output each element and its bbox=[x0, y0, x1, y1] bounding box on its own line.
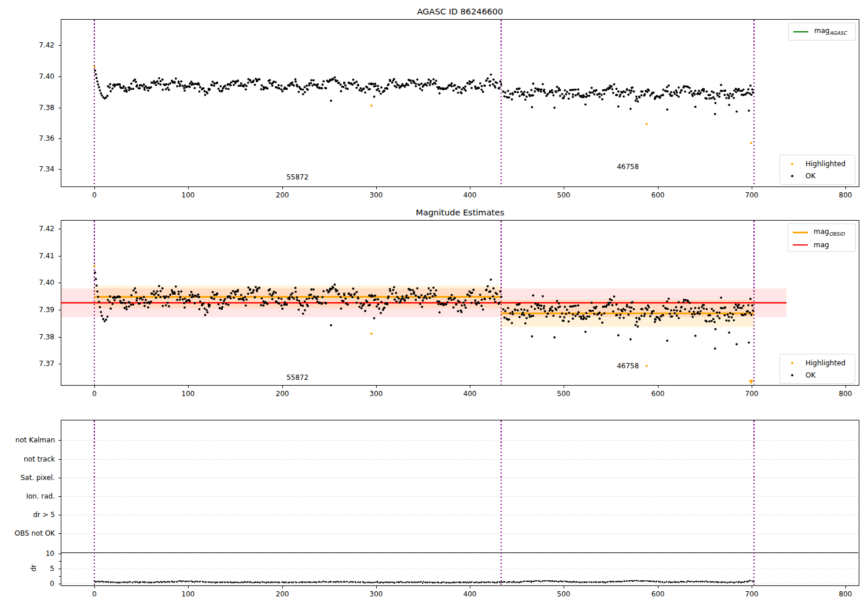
x-tick-mark bbox=[188, 187, 189, 189]
y-tick-label: 7.38 bbox=[14, 333, 54, 341]
y-tick-mark bbox=[58, 554, 61, 554]
x-tick-mark bbox=[845, 187, 846, 189]
dr-axis-label: dr bbox=[30, 565, 38, 572]
y-tick-mark bbox=[58, 138, 61, 139]
x-tick-mark bbox=[752, 586, 752, 588]
x-tick-label: 800 bbox=[839, 590, 852, 598]
y-tick-mark bbox=[58, 478, 61, 478]
y-tick-mark bbox=[58, 76, 61, 77]
y-tick-mark bbox=[58, 256, 61, 257]
y-tick-label: 7.41 bbox=[14, 252, 54, 260]
ok-point-swatch bbox=[785, 172, 800, 180]
x-tick-mark bbox=[564, 386, 564, 388]
y-tick-label: 7.42 bbox=[14, 41, 54, 49]
mag-line-swatch bbox=[793, 244, 808, 246]
y-tick-mark bbox=[58, 108, 61, 108]
x-tick-mark bbox=[376, 586, 377, 588]
x-tick-label: 600 bbox=[652, 191, 665, 199]
x-tick-mark bbox=[188, 386, 189, 388]
x-tick-label: 600 bbox=[652, 390, 665, 398]
x-tick-mark bbox=[564, 586, 564, 588]
x-tick-mark bbox=[470, 386, 470, 388]
flag-label-not-track: not track bbox=[5, 455, 55, 463]
legend-points-middle: Highlighted OK bbox=[779, 354, 855, 384]
flag-label-sat-pixel: Sat. pixel. bbox=[5, 474, 55, 482]
y-tick-label: 7.40 bbox=[14, 72, 54, 80]
x-tick-label: 700 bbox=[745, 390, 759, 398]
legend-label: OK bbox=[806, 172, 815, 180]
legend-label: OK bbox=[806, 371, 815, 379]
ok-points bbox=[94, 69, 754, 115]
x-tick-label: 300 bbox=[370, 191, 383, 199]
x-tick-mark bbox=[94, 187, 95, 189]
x-tick-label: 200 bbox=[276, 191, 289, 199]
x-tick-mark bbox=[658, 586, 659, 588]
y-tick-label: 7.37 bbox=[14, 360, 54, 368]
y-tick-mark bbox=[58, 283, 61, 283]
x-tick-label: 0 bbox=[92, 390, 97, 398]
mag-obsid-line-swatch bbox=[793, 232, 808, 234]
top-panel-scatter-layer bbox=[61, 19, 859, 186]
obsid-annotation-55872: 55872 bbox=[286, 173, 308, 181]
x-tick-label: 200 bbox=[276, 590, 289, 598]
x-tick-mark bbox=[94, 586, 95, 588]
flag-label-dr-gt-5: dr > 5 bbox=[5, 511, 55, 519]
y-tick-mark bbox=[58, 459, 61, 460]
legend-mag-agasc: magAGASC bbox=[788, 23, 856, 41]
x-tick-label: 400 bbox=[464, 191, 477, 199]
legend-label: mag bbox=[814, 241, 829, 249]
x-tick-mark bbox=[470, 187, 470, 189]
dr-tick-label: 10 bbox=[14, 550, 54, 558]
y-tick-mark bbox=[58, 569, 61, 569]
x-tick-mark bbox=[845, 586, 846, 588]
x-tick-label: 200 bbox=[276, 390, 289, 398]
y-tick-mark bbox=[58, 45, 61, 46]
x-tick-label: 100 bbox=[182, 191, 195, 199]
x-tick-mark bbox=[282, 586, 283, 588]
y-tick-label: 7.39 bbox=[14, 306, 54, 314]
y-tick-mark bbox=[58, 229, 61, 229]
flag-label-not-kalman: not Kalman bbox=[5, 436, 55, 444]
x-tick-mark bbox=[376, 386, 377, 388]
x-tick-mark bbox=[470, 586, 470, 588]
y-tick-mark bbox=[58, 310, 61, 310]
obsid-annotation-55872: 55872 bbox=[286, 373, 308, 382]
x-tick-label: 800 bbox=[839, 191, 852, 199]
x-tick-label: 700 bbox=[745, 590, 759, 598]
x-tick-label: 300 bbox=[370, 590, 383, 598]
x-tick-mark bbox=[94, 386, 95, 388]
x-tick-label: 100 bbox=[182, 390, 195, 398]
y-tick-label: 7.40 bbox=[14, 279, 54, 287]
legend-label: magAGASC bbox=[814, 27, 847, 36]
x-tick-mark bbox=[845, 386, 846, 388]
y-tick-mark bbox=[58, 496, 61, 497]
y-tick-label: 7.34 bbox=[14, 165, 54, 173]
figure: AGASC ID 86246600 Magnitude Estimates 7.… bbox=[0, 0, 868, 608]
legend-label: magOBSID bbox=[814, 228, 845, 237]
middle-panel-title: Magnitude Estimates bbox=[415, 208, 504, 217]
x-tick-label: 500 bbox=[557, 590, 571, 598]
y-tick-label: 7.36 bbox=[14, 134, 54, 142]
y-tick-mark bbox=[58, 440, 61, 441]
x-tick-label: 300 bbox=[370, 390, 383, 398]
legend-label: Highlighted bbox=[806, 160, 845, 168]
x-tick-mark bbox=[564, 187, 564, 189]
page-title: AGASC ID 86246600 bbox=[417, 7, 503, 16]
dr-tick-label: 0 bbox=[14, 580, 54, 588]
y-tick-mark bbox=[58, 533, 61, 534]
x-tick-mark bbox=[188, 586, 189, 588]
y-tick-mark bbox=[58, 584, 61, 584]
x-tick-mark bbox=[752, 386, 752, 388]
highlighted-point-swatch bbox=[785, 359, 800, 367]
x-tick-mark bbox=[658, 386, 659, 388]
x-tick-mark bbox=[376, 187, 377, 189]
obsid-annotation-46758: 46758 bbox=[617, 362, 639, 370]
flag-label-ion-rad: Ion. rad. bbox=[5, 492, 55, 500]
x-tick-label: 0 bbox=[92, 191, 97, 199]
dr-scatter-layer bbox=[61, 420, 859, 585]
x-tick-label: 600 bbox=[652, 590, 665, 598]
flag-label-obs-not-ok: OBS not OK bbox=[5, 529, 55, 537]
y-tick-mark bbox=[58, 364, 61, 364]
x-tick-label: 500 bbox=[557, 191, 571, 199]
x-tick-label: 700 bbox=[745, 191, 759, 199]
